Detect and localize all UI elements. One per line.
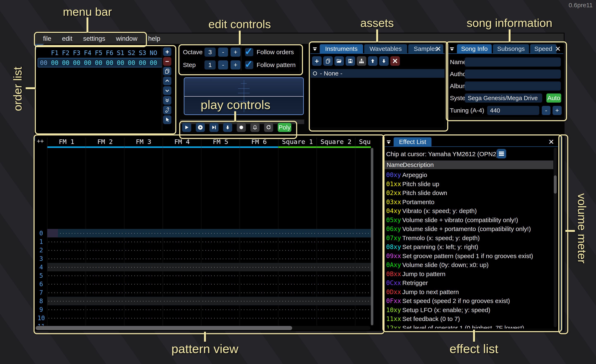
song-tab[interactable]: Song Info (457, 44, 492, 53)
effect-row[interactable]: 07xy Tremolo (x: speed; y: depth) (384, 233, 553, 243)
pattern-cell[interactable]: ············· (124, 324, 163, 326)
effect-row[interactable]: 00xy Arpeggio (384, 170, 553, 180)
order-cell[interactable]: 00 (104, 59, 115, 66)
pattern-cell[interactable]: ············· (163, 248, 201, 253)
pattern-cell[interactable]: ············· (317, 299, 355, 304)
order-cell[interactable]: 00 (49, 59, 60, 66)
duplicate-asset-button[interactable] (323, 56, 333, 66)
pattern-cell[interactable]: ············· (355, 290, 371, 295)
step-value[interactable]: 1 (204, 60, 216, 70)
pattern-cell[interactable]: ············· (124, 239, 163, 244)
pattern-cell[interactable]: ············· (163, 239, 201, 244)
pattern-row[interactable]: 4 ············· ············· ··········… (35, 263, 371, 271)
pattern-cell[interactable]: ············· (163, 265, 201, 270)
effect-row[interactable]: 09xx Set groove pattern (speed 1 if no g… (384, 252, 553, 261)
pattern-row[interactable]: 8 ············· ············· ··········… (35, 297, 371, 305)
pattern-cell[interactable]: ············· (163, 316, 201, 320)
effect-row[interactable]: 01xx Pitch slide up (384, 180, 553, 189)
pattern-cell[interactable]: ············· (47, 256, 86, 261)
pattern-cell[interactable]: ············· (124, 256, 163, 261)
follow-pattern-checkbox[interactable]: ✓ (245, 61, 253, 69)
effect-row[interactable]: 03xx Portamento (384, 197, 553, 207)
close-icon[interactable]: ✕ (555, 45, 561, 53)
pattern-cell[interactable]: ············· (201, 290, 240, 295)
row-cells[interactable]: ············· ············· ············… (47, 314, 371, 322)
pattern-cell[interactable]: ············· (86, 256, 124, 261)
step-plus-button[interactable]: + (231, 60, 240, 70)
pattern-cell[interactable]: ············· (355, 256, 371, 261)
add-order-button[interactable]: + (163, 47, 171, 56)
effect-row[interactable]: 0Bxx Jump to pattern (384, 269, 553, 279)
song-tab[interactable]: Subsongs (493, 44, 529, 53)
octave-value[interactable]: 3 (204, 48, 216, 57)
row-cells[interactable]: ············· ············· ············… (47, 322, 371, 326)
pattern-cell[interactable]: ············· (86, 239, 124, 244)
pattern-cell[interactable]: ············· (355, 239, 371, 244)
pattern-row[interactable]: 5 ············· ············· ··········… (35, 271, 371, 280)
tuning-plus-button[interactable]: + (552, 106, 562, 115)
pattern-cell[interactable]: ············· (47, 324, 86, 326)
channel-header[interactable]: FM 6 (240, 138, 278, 148)
pattern-cell[interactable]: ············· (201, 316, 240, 320)
pattern-cell[interactable]: ············· (240, 248, 278, 253)
pattern-row[interactable]: 1 ············· ············· ··········… (35, 237, 371, 246)
add-asset-button[interactable]: + (312, 56, 322, 66)
pattern-cell[interactable]: ············· (47, 273, 86, 278)
pattern-cell[interactable]: ············· (124, 248, 163, 253)
pattern-cell[interactable]: ············· (47, 231, 86, 236)
pattern-row[interactable]: 2 ············· ············· ··········… (35, 246, 371, 254)
menu-item[interactable]: help (143, 35, 166, 42)
pattern-cell[interactable]: ············· (240, 256, 278, 261)
pattern-cell[interactable]: ············· (240, 282, 278, 287)
assets-tab[interactable]: Instruments (320, 44, 363, 53)
effect-row[interactable]: 10xy Setup LFO (x: enable; y: speed) (384, 306, 553, 314)
pattern-cell[interactable]: ············· (355, 316, 371, 320)
pattern-cell[interactable]: ············· (355, 299, 371, 304)
effect-list-menu-button[interactable] (497, 149, 506, 158)
system-field[interactable]: Sega Genesis/Mega Drive (465, 94, 542, 102)
pattern-cell[interactable]: ············· (317, 282, 355, 287)
pattern-cell[interactable]: ············· (86, 265, 124, 270)
pattern-cell[interactable]: ············· (278, 324, 317, 326)
pattern-cell[interactable]: ············· (278, 273, 317, 278)
menu-item[interactable]: settings (78, 35, 111, 42)
pattern-cell[interactable]: ············· (124, 316, 163, 320)
play-button[interactable] (182, 123, 191, 132)
pattern-cell[interactable]: ············· (47, 316, 86, 320)
move-asset-up-button[interactable] (368, 56, 378, 66)
order-cell[interactable]: 00 (126, 59, 137, 66)
order-bottom-button[interactable] (163, 96, 171, 105)
channel-header[interactable]: Square 2 (317, 138, 355, 148)
pattern-cell[interactable]: ············· (355, 324, 371, 326)
effect-row[interactable]: 04xy Vibrato (x: speed; y: depth) (384, 206, 553, 216)
effect-row[interactable]: 12xx Set level of operator 1 (0 highest,… (384, 323, 553, 329)
album-field[interactable] (465, 81, 561, 91)
step-row-button[interactable] (223, 123, 232, 132)
pattern-cell[interactable]: ············· (163, 256, 201, 261)
open-asset-button[interactable] (335, 56, 344, 66)
row-cells[interactable]: ············· ············· ············… (47, 280, 371, 288)
effect-row[interactable]: 0Axy Volume slide (0y: down; x0: up) (384, 260, 553, 269)
pattern-cell[interactable]: ············· (201, 265, 240, 270)
move-asset-down-button[interactable] (379, 56, 389, 66)
pattern-cell[interactable]: ············· (278, 256, 317, 261)
pattern-cell[interactable]: ············· (86, 307, 124, 312)
pattern-cell[interactable]: ············· (124, 307, 163, 312)
pattern-row[interactable]: 9 ············· ············· ··········… (35, 305, 371, 314)
delete-asset-button[interactable]: ✕ (390, 56, 400, 66)
row-cells[interactable]: ············· ············· ············… (47, 263, 371, 271)
duplicate-order-button[interactable] (163, 67, 171, 75)
collapse-icon[interactable] (312, 47, 318, 52)
pattern-cell[interactable]: ············· (355, 273, 371, 278)
pattern-row[interactable]: 6 ············· ············· ··········… (35, 280, 371, 288)
pattern-cell[interactable]: ············· (86, 273, 124, 278)
pattern-cell[interactable]: ············· (163, 231, 201, 236)
pattern-cell[interactable]: ············· (124, 265, 163, 270)
pattern-cell[interactable]: ············· (163, 282, 201, 287)
pattern-cell[interactable]: ············· (47, 248, 86, 253)
pattern-cell[interactable]: ············· (86, 282, 124, 287)
pattern-cell[interactable]: ············· (278, 231, 317, 236)
pattern-cell[interactable]: ············· (86, 248, 124, 253)
row-cells[interactable]: ············· ············· ············… (47, 305, 371, 314)
pattern-cell[interactable]: ············· (355, 248, 371, 253)
